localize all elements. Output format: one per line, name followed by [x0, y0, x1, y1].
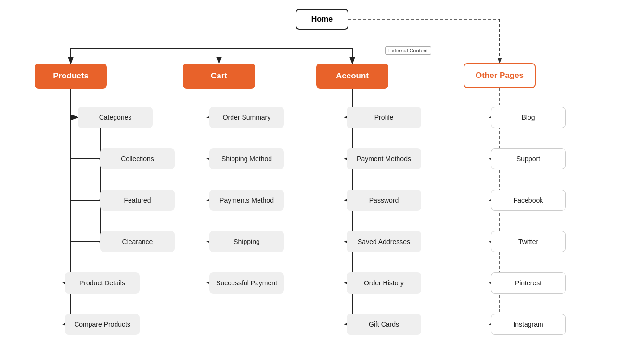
payments-method-node: Payments Method [209, 190, 284, 211]
cart-node: Cart [183, 64, 255, 89]
successful-payment-node: Successful Payment [209, 272, 284, 294]
pinterest-node: Pinterest [491, 272, 566, 294]
saved-addresses-node: Saved Addresses [347, 231, 421, 252]
categories-node: Categories [78, 107, 153, 128]
home-label: Home [311, 15, 333, 24]
blog-node: Blog [491, 107, 566, 128]
products-label: Products [53, 71, 89, 81]
collections-node: Collections [100, 148, 175, 169]
order-summary-node: Order Summary [209, 107, 284, 128]
compare-products-node: Compare Products [65, 314, 140, 335]
featured-node: Featured [100, 190, 175, 211]
password-node: Password [347, 190, 421, 211]
order-history-node: Order History [347, 272, 421, 294]
clearance-node: Clearance [100, 231, 175, 252]
product-details-node: Product Details [65, 272, 140, 294]
account-node: Account [316, 64, 388, 89]
payment-methods-node: Payment Methods [347, 148, 421, 169]
gift-cards-node: Gift Cards [347, 314, 421, 335]
connector-lines [0, 0, 644, 359]
cart-label: Cart [211, 71, 227, 81]
shipping-method-node: Shipping Method [209, 148, 284, 169]
external-content-label: External Content [385, 46, 431, 55]
other-pages-label: Other Pages [476, 71, 524, 80]
facebook-node: Facebook [491, 190, 566, 211]
other-pages-node: Other Pages [464, 63, 536, 88]
support-node: Support [491, 148, 566, 169]
profile-node: Profile [347, 107, 421, 128]
sitemap-diagram: Home External Content Products Categorie… [0, 0, 644, 359]
account-label: Account [336, 71, 369, 81]
shipping-node: Shipping [209, 231, 284, 252]
twitter-node: Twitter [491, 231, 566, 252]
products-node: Products [35, 64, 107, 89]
instagram-node: Instagram [491, 314, 566, 335]
home-node: Home [296, 9, 348, 30]
